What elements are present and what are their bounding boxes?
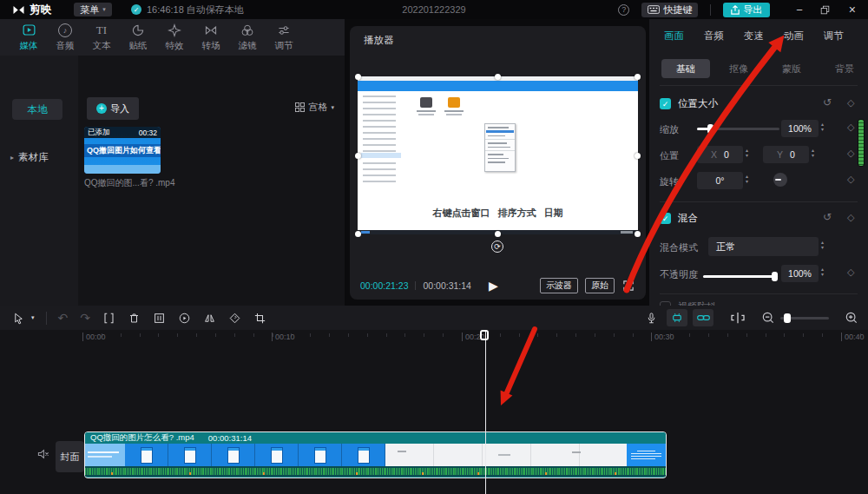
zoom-out-icon[interactable] [762, 312, 774, 324]
minimize-button[interactable]: − [796, 3, 803, 16]
playhead-marker[interactable] [480, 330, 489, 340]
linkage-toggle[interactable] [693, 309, 713, 326]
crop-icon[interactable] [253, 312, 266, 325]
timeline-clip[interactable]: QQ撤回的图片怎么看? .mp4 00:00:31:14 [84, 431, 667, 478]
inspector-tab-speed[interactable]: 变速 [744, 30, 764, 43]
position-y-field[interactable]: Y 0 [763, 146, 809, 163]
scale-value[interactable]: 100% [781, 120, 819, 137]
position-x-field[interactable]: X 0 [697, 146, 743, 163]
panel-scrollbar[interactable] [858, 119, 865, 167]
rotate-handle-icon[interactable]: ⟳ [491, 240, 503, 253]
tab-media[interactable]: 媒体 [10, 19, 47, 56]
split-icon[interactable] [102, 312, 115, 325]
snap-toggle[interactable] [667, 309, 687, 326]
tab-adjust[interactable]: 调节 [266, 19, 302, 56]
blend-mode-stepper[interactable]: ▴▾ [821, 240, 824, 250]
tab-effects[interactable]: 特效 [156, 19, 193, 56]
select-tool-caret-icon[interactable]: ▾ [31, 314, 35, 321]
keyframe-diamond-icon[interactable]: ◇ [847, 212, 854, 223]
source-local[interactable]: 本地 [12, 99, 62, 120]
media-item-filename: QQ撤回的图...看? .mp4 [84, 177, 197, 189]
filter-icon [240, 23, 254, 37]
tab-sticker[interactable]: 贴纸 [120, 19, 156, 56]
inspector-tab-adjust[interactable]: 调节 [824, 30, 844, 43]
selection-handle[interactable] [635, 231, 641, 237]
subtab-background[interactable]: 背景 [820, 59, 868, 78]
inspector-tab-picture[interactable]: 画面 [664, 30, 684, 43]
scale-slider[interactable] [697, 128, 779, 130]
inspector-tab-animation[interactable]: 动画 [784, 30, 804, 43]
media-item-thumbnail[interactable]: 已添加 00:32 QQ撤回图片如何查看? [84, 127, 161, 174]
tab-filter[interactable]: 滤镜 [229, 19, 266, 56]
selection-handle[interactable] [635, 74, 641, 80]
keyframe-diamond-icon[interactable]: ◇ [847, 174, 854, 185]
media-list-area: + 导入 宫格 ▾ 已添加 00:32 QQ撤回图片如何 [78, 56, 345, 306]
clip-name: QQ撤回的图片怎么看? .mp4 [90, 432, 194, 444]
tab-text[interactable]: TI 文本 [83, 19, 120, 56]
ruler-label: 00:40 [841, 333, 865, 341]
delete-icon[interactable] [128, 312, 141, 325]
cover-button[interactable]: 封面 [56, 441, 84, 472]
zoom-in-icon[interactable] [845, 312, 858, 324]
opacity-value[interactable]: 100% [781, 265, 819, 282]
keyframe-diamond-icon[interactable]: ◇ [847, 267, 854, 278]
ratio-button[interactable]: 原始 [585, 278, 615, 293]
opacity-slider[interactable] [703, 275, 778, 278]
position-x-stepper[interactable]: ▴▾ [746, 148, 748, 158]
video-preview[interactable]: 右键点击窗口 排序方式 日期 [358, 76, 638, 234]
inspector-tab-audio[interactable]: 音频 [704, 30, 724, 43]
keyframe-diamond-icon[interactable]: ◇ [847, 148, 854, 159]
subtab-cutout[interactable]: 抠像 [714, 59, 763, 78]
play-button[interactable]: ▶ [489, 279, 498, 293]
timeline-zoom-slider[interactable] [780, 317, 829, 319]
rotate-stepper[interactable]: ▴▾ [746, 175, 748, 184]
mute-track-icon[interactable] [36, 447, 50, 461]
mirror-icon[interactable] [203, 312, 216, 325]
redo-icon[interactable]: ↷ [80, 311, 90, 325]
fullscreen-icon[interactable] [623, 280, 634, 291]
subtab-basic[interactable]: 基础 [661, 59, 710, 78]
selection-handle[interactable] [355, 74, 361, 80]
import-button[interactable]: + 导入 [87, 97, 139, 120]
subtab-mask[interactable]: 蒙版 [767, 59, 816, 78]
rotate-field[interactable]: 0° [697, 172, 743, 189]
position-size-checkbox[interactable]: ✓ [660, 98, 671, 109]
reset-icon[interactable]: ↺ [823, 211, 832, 223]
chevron-down-icon: ▾ [331, 104, 334, 111]
maximize-button[interactable] [820, 5, 830, 15]
selection-handle[interactable] [355, 153, 361, 159]
blend-checkbox[interactable]: ✓ [660, 213, 671, 224]
rotate-tool-icon[interactable] [228, 312, 241, 325]
app-window: 剪映 菜单 ▾ ✓ 16:46:18 自动保存本地 202201222329 ?… [0, 0, 868, 494]
position-y-stepper[interactable]: ▴▾ [812, 148, 814, 158]
undo-icon[interactable]: ↶ [58, 311, 69, 325]
scale-stepper[interactable]: ▴▾ [821, 122, 824, 132]
select-tool-icon[interactable] [12, 312, 25, 325]
scope-button[interactable]: 示波器 [540, 278, 578, 293]
tab-audio[interactable]: ♪ 音频 [47, 19, 83, 56]
rotate-label: 旋转 [660, 175, 679, 188]
reset-icon[interactable]: ↺ [823, 96, 832, 109]
export-button[interactable]: 导出 [723, 3, 770, 17]
selection-handle[interactable] [495, 231, 501, 237]
keyframe-diamond-icon[interactable]: ◇ [847, 97, 854, 109]
freeze-frame-icon[interactable] [153, 312, 166, 325]
help-icon[interactable]: ? [618, 4, 629, 16]
timeline-ruler[interactable]: 00:00 00:10 00:20 00:30 00:40 [0, 330, 868, 344]
view-mode-button[interactable]: 宫格 ▾ [295, 101, 334, 114]
rotate-dial[interactable] [773, 173, 787, 187]
opacity-stepper[interactable]: ▴▾ [821, 267, 824, 277]
shortcut-button[interactable]: 快捷键 [641, 3, 698, 17]
record-mic-icon[interactable] [645, 312, 658, 325]
keyframe-diamond-icon[interactable]: ◇ [847, 122, 854, 133]
close-button[interactable]: × [849, 3, 856, 16]
source-library[interactable]: ▸ 素材库 [10, 151, 49, 164]
blend-mode-select[interactable]: 正常 [708, 237, 819, 256]
reverse-icon[interactable] [178, 312, 191, 325]
playhead-line[interactable] [485, 330, 487, 494]
tab-transition[interactable]: 转场 [193, 19, 229, 56]
preview-axis-icon[interactable] [731, 312, 745, 324]
selection-handle[interactable] [635, 153, 641, 159]
selection-handle[interactable] [495, 74, 501, 80]
selection-handle[interactable] [355, 231, 361, 237]
